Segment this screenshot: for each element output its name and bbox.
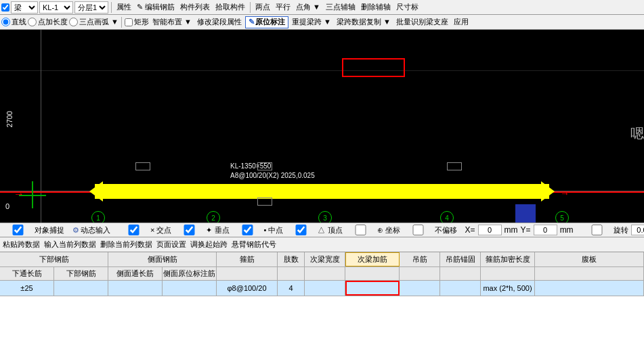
- pick-component-button[interactable]: 拾取构件: [213, 1, 247, 14]
- x-input[interactable]: [478, 225, 502, 235]
- th-legs2: [278, 267, 305, 280]
- delete-col-button[interactable]: 删除当前列数据: [100, 239, 152, 250]
- coord-checkbox[interactable]: [345, 225, 376, 235]
- perpendicular-checkbox[interactable]: [174, 225, 205, 235]
- input-col-button[interactable]: 输入当前列数据: [44, 239, 96, 250]
- properties-button[interactable]: 属性: [114, 1, 133, 14]
- stirrup-box-3: [257, 197, 272, 206]
- axis-label-2700: 2700: [5, 111, 14, 127]
- td-legs-val[interactable]: 4: [278, 281, 305, 296]
- td-hanger-anchor-val[interactable]: [440, 281, 481, 296]
- dynamic-input-label: 动态输入: [81, 225, 110, 235]
- vertex-checkbox[interactable]: [286, 225, 316, 235]
- copy-span-button[interactable]: 梁跨数据复制 ▼: [335, 16, 393, 28]
- th-stirrup-dense-len: 箍筋加密长度: [481, 252, 535, 266]
- rotate-input[interactable]: [631, 225, 644, 235]
- red-arrow-left: →: [14, 188, 24, 200]
- apply-button[interactable]: 应用: [452, 16, 471, 28]
- object-snap-item: 对象捕捉: [3, 225, 64, 235]
- dimension-button[interactable]: 尺寸标: [394, 1, 421, 14]
- rect-label: 矩形: [134, 17, 149, 27]
- th-hanger-rebar: 吊筋: [400, 252, 440, 266]
- td-stirrup-val[interactable]: φ8@100/20: [217, 281, 278, 296]
- th-stirrup2: [217, 267, 278, 280]
- line-radio[interactable]: [1, 18, 10, 26]
- td-secondary-rebar-val[interactable]: [345, 281, 400, 296]
- smart-layout-button[interactable]: 智能布置 ▼: [150, 16, 194, 28]
- td-web-val[interactable]: [535, 281, 644, 296]
- table-header-row1: 下部钢筋 侧面钢筋 箍筋 肢数 次梁宽度 次梁加筋 吊筋 吊筋锚固 箍筋加密长度…: [0, 252, 644, 267]
- x-unit: mm: [505, 225, 518, 235]
- kl-select[interactable]: KL-1: [39, 1, 73, 14]
- page-setup-button[interactable]: 页面设置: [156, 239, 186, 250]
- cross-green-vertical: [32, 181, 33, 208]
- toolbar-second: 直线 点加长度 三点画弧 ▼ 矩形 智能布置 ▼ 修改梁段属性 ✎ 原位标注 重…: [0, 15, 644, 30]
- sep1: [111, 2, 112, 13]
- intersection-label: × 交点: [150, 225, 171, 235]
- paste-span-button[interactable]: 粘贴跨数据: [3, 239, 40, 250]
- pencil-icon: ✎: [249, 18, 255, 26]
- td-side-original[interactable]: [163, 281, 217, 296]
- coord-item: ⊕ 坐标: [345, 225, 400, 235]
- beam-bar: [95, 184, 549, 199]
- modify-beam-button[interactable]: 修改梁段属性: [195, 16, 244, 28]
- identify-support-button[interactable]: 批量识别梁支座: [394, 16, 450, 28]
- stirrup-box-1: [135, 162, 150, 170]
- th-side-rebar: 侧面钢筋: [108, 252, 217, 266]
- parallel-button[interactable]: 平行: [274, 1, 293, 14]
- re-extract-button[interactable]: 重提梁跨 ▼: [290, 16, 333, 28]
- th-side-continuous: 侧面通长筋: [108, 267, 163, 280]
- th-web: 腹板: [535, 252, 644, 266]
- partial-text-right: 嗯: [630, 124, 644, 143]
- th-secondary-beam-width: 次梁宽度: [305, 252, 345, 266]
- y-input[interactable]: [534, 225, 557, 235]
- sep3: [121, 17, 122, 28]
- td-bottom-continuous[interactable]: ±25: [0, 281, 54, 296]
- column-box: [515, 204, 536, 225]
- beam-info: KL-1350×550 A8@100/20(X2) 2025,0.025: [230, 162, 315, 181]
- object-snap-checkbox[interactable]: [3, 225, 33, 235]
- edit-rebar-button[interactable]: ✎ 编辑钢筋: [135, 1, 177, 14]
- th-legs: 肢数: [278, 252, 305, 266]
- th-secondary-beam-width2: [305, 267, 345, 280]
- component-list-button[interactable]: 构件列表: [178, 1, 212, 14]
- td-stirrup-dense-val[interactable]: max (2*h, 500): [481, 281, 535, 296]
- vertex-label: △ 顶点: [318, 225, 342, 235]
- cantilever-rebar-button[interactable]: 悬臂钢筋代号: [232, 239, 276, 250]
- td-secondary-width-val[interactable]: [305, 281, 345, 296]
- point-angle-button[interactable]: 点角 ▼: [294, 1, 322, 14]
- coord-label: ⊕ 坐标: [377, 225, 400, 235]
- sep2: [250, 2, 251, 13]
- delete-axis-button[interactable]: 删除辅轴: [359, 1, 393, 14]
- original-label-text: 原位标注: [255, 17, 285, 27]
- canvas-area[interactable]: 2700 0 → → KL-1350×550 A8@100/20(X2) 202…: [0, 30, 644, 253]
- rect-checkbox[interactable]: [125, 18, 133, 26]
- td-side-continuous[interactable]: [108, 281, 163, 296]
- beam-select[interactable]: 梁: [11, 1, 38, 14]
- rotate-checkbox[interactable]: [582, 225, 612, 235]
- two-point-button[interactable]: 两点: [253, 1, 272, 14]
- point-length-label: 点加长度: [38, 17, 68, 27]
- intersection-checkbox[interactable]: [119, 225, 149, 235]
- arc-radio[interactable]: [69, 18, 78, 26]
- td-bottom-rebar[interactable]: [54, 281, 108, 296]
- dynamic-input-item: ⚙ 动态输入: [72, 225, 110, 235]
- swap-start-button[interactable]: 调换起始跨: [190, 239, 228, 250]
- perpendicular-item: ✦ 垂点: [174, 225, 229, 235]
- original-label-button[interactable]: ✎ 原位标注: [245, 16, 288, 28]
- vertex-item: △ 顶点: [286, 225, 342, 235]
- point-length-radio[interactable]: [28, 18, 37, 26]
- layer-select[interactable]: 分层1: [74, 1, 108, 14]
- th-bottom-continuous: 下通长筋: [0, 267, 54, 280]
- three-point-axis-button[interactable]: 三点辅轴: [324, 1, 358, 14]
- midpoint-label: • 中点: [264, 225, 284, 235]
- th-web2: [535, 267, 644, 280]
- dynamic-input-icon: ⚙: [72, 226, 79, 235]
- no-offset-checkbox[interactable]: [403, 225, 433, 235]
- bottom-toolbar: 粘贴跨数据 输入当前列数据 删除当前列数据 页面设置 调换起始跨 悬臂钢筋代号: [0, 237, 644, 252]
- stirrup-box-2: [257, 162, 272, 170]
- td-hanger-val[interactable]: [400, 281, 440, 296]
- midpoint-checkbox[interactable]: [232, 225, 263, 235]
- beam-checkbox[interactable]: [1, 3, 9, 11]
- stirrup-box-4: [447, 162, 462, 170]
